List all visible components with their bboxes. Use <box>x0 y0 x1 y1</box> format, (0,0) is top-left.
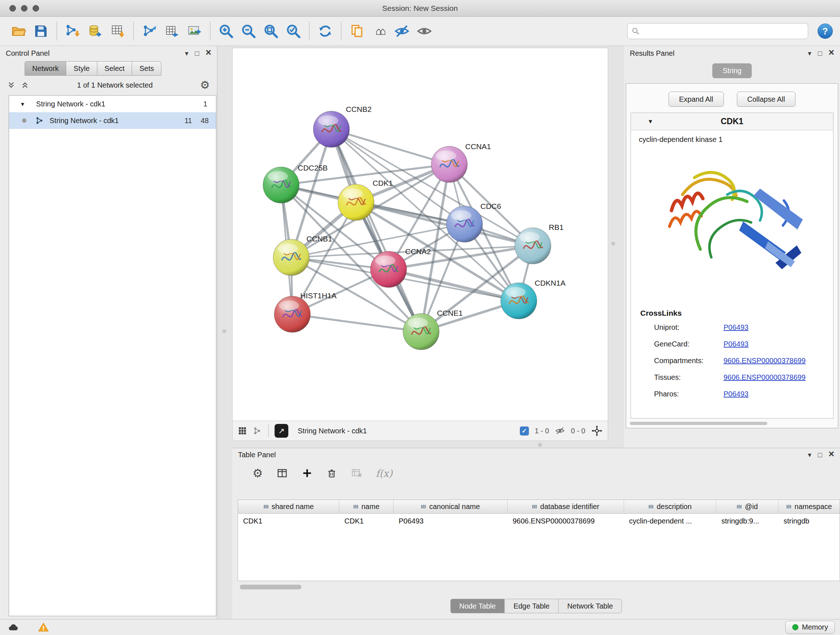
zoom-in-button[interactable] <box>215 20 237 42</box>
network-node-CDKN1A[interactable]: CDKN1A <box>501 279 565 319</box>
refresh-layout-button[interactable] <box>314 20 336 42</box>
column-header-description[interactable]: description <box>624 500 716 513</box>
zoom-selected-button[interactable] <box>282 20 305 42</box>
tab-string[interactable]: String <box>712 63 752 78</box>
table-settings-gear-icon[interactable]: ⚙ <box>253 467 263 479</box>
panel-float-icon[interactable]: □ <box>818 50 822 57</box>
delete-table-icon[interactable] <box>351 467 363 479</box>
splitter-handle[interactable] <box>223 329 226 333</box>
protein-section-header[interactable]: ▼ CDK1 <box>631 113 833 130</box>
gear-icon[interactable]: ⚙ <box>200 80 210 90</box>
delete-column-trash-icon[interactable] <box>326 467 338 479</box>
clone-network-button[interactable] <box>346 20 368 42</box>
network-graph[interactable]: CCNB2CCNA1CDC25BCDK1CDC6RB1CCNB1CCNA2CDK… <box>233 48 608 421</box>
panel-menu-icon[interactable]: ▾ <box>808 451 812 458</box>
cloud-status-button[interactable] <box>5 621 21 634</box>
tissues-link[interactable]: 9606.ENSP00000378699 <box>723 373 806 382</box>
collapse-all-button[interactable]: Collapse All <box>737 92 796 107</box>
panel-menu-icon[interactable]: ▾ <box>185 50 188 57</box>
network-tree-child-row[interactable]: String Network - cdk1 11 48 <box>9 112 216 129</box>
scrollbar-thumb[interactable] <box>240 585 302 589</box>
save-session-button[interactable] <box>30 20 52 42</box>
detach-view-button[interactable]: ↗ <box>275 424 288 438</box>
tab-edge-table[interactable]: Edge Table <box>505 599 559 613</box>
hide-selected-button[interactable] <box>391 20 413 42</box>
import-network-file-button[interactable] <box>62 20 84 42</box>
disclosure-triangle-icon[interactable]: ▼ <box>20 101 25 107</box>
panel-float-icon[interactable]: □ <box>818 451 822 458</box>
export-network-button[interactable] <box>138 20 161 42</box>
column-header-canonical-name[interactable]: canonical name <box>393 500 508 513</box>
help-button[interactable]: ? <box>818 24 833 39</box>
expand-all-button[interactable]: Expand All <box>668 92 724 107</box>
collapse-all-icon[interactable] <box>7 81 16 89</box>
network-canvas[interactable]: CCNB2CCNA1CDC25BCDK1CDC6RB1CCNB1CCNA2CDK… <box>232 48 608 421</box>
column-header-namespace[interactable]: namespace <box>778 500 840 513</box>
search-input[interactable] <box>640 27 804 35</box>
network-edge-CCNB2-CCNA1[interactable] <box>332 129 449 165</box>
grid-view-icon[interactable] <box>238 426 247 435</box>
uniprot-link[interactable]: P06493 <box>723 323 748 332</box>
import-table-button[interactable] <box>106 20 129 42</box>
column-header-shared-name[interactable]: shared name <box>238 500 339 513</box>
column-header-id[interactable]: @id <box>716 500 778 513</box>
expand-all-icon[interactable] <box>21 81 30 89</box>
network-tree-root-row[interactable]: ▼ String Network - cdk1 1 <box>9 96 216 112</box>
cell-namespace[interactable]: stringdb <box>778 514 840 528</box>
tab-network-table[interactable]: Network Table <box>559 599 622 613</box>
close-window-button[interactable] <box>9 5 16 11</box>
pan-crosshair-icon[interactable] <box>591 425 603 437</box>
panel-close-icon[interactable]: × <box>205 48 211 57</box>
memory-button[interactable]: Memory <box>785 621 835 634</box>
tab-network[interactable]: Network <box>25 61 66 76</box>
cell-shared-name[interactable]: CDK1 <box>238 514 339 528</box>
panel-menu-icon[interactable]: ▾ <box>808 50 812 57</box>
compartments-link[interactable]: 9606.ENSP00000378699 <box>723 356 806 365</box>
panel-close-icon[interactable]: × <box>829 449 834 459</box>
splitter-handle[interactable] <box>538 443 542 447</box>
add-column-plus-icon[interactable] <box>302 467 313 479</box>
open-session-button[interactable] <box>7 20 30 42</box>
network-node-CCNB2[interactable]: CCNB2 <box>313 105 371 147</box>
cell-database-identifier[interactable]: 9606.ENSP00000378699 <box>508 514 624 528</box>
splitter-handle[interactable] <box>611 242 615 245</box>
show-columns-icon[interactable] <box>276 467 288 479</box>
cell-description[interactable]: cyclin-dependent ... <box>624 514 716 528</box>
pharos-link[interactable]: P06493 <box>723 390 748 398</box>
warnings-button[interactable] <box>35 621 51 634</box>
show-all-button[interactable] <box>413 20 436 42</box>
tab-node-table[interactable]: Node Table <box>450 599 505 613</box>
network-edge-HIST1H1A-CCNE1[interactable] <box>292 314 421 332</box>
import-network-database-button[interactable] <box>84 20 106 42</box>
function-builder-icon[interactable]: f(x) <box>376 468 393 479</box>
column-header-database-identifier[interactable]: database identifier <box>508 500 624 513</box>
export-image-button[interactable] <box>183 20 205 42</box>
maximize-window-button[interactable] <box>33 5 39 11</box>
column-header-name[interactable]: name <box>339 500 393 513</box>
tab-select[interactable]: Select <box>97 61 133 76</box>
selected-checkbox-icon[interactable]: ✓ <box>520 426 529 435</box>
tab-sets[interactable]: Sets <box>132 61 161 76</box>
results-horizontal-scrollbar[interactable] <box>630 422 767 425</box>
network-node-CCNA1[interactable]: CCNA1 <box>431 142 491 182</box>
tab-style[interactable]: Style <box>66 61 97 76</box>
overview-button[interactable]: ⌂⌂ <box>368 20 391 42</box>
panel-close-icon[interactable]: × <box>829 48 834 57</box>
network-edge-CCNB2-CCNE1[interactable] <box>332 129 421 332</box>
network-node-CCNB1[interactable]: CCNB1 <box>273 234 332 276</box>
cell-name[interactable]: CDK1 <box>339 514 393 528</box>
network-view-icon[interactable] <box>253 426 262 435</box>
minimize-window-button[interactable] <box>21 5 27 11</box>
network-node-HIST1H1A[interactable]: HIST1H1A <box>274 291 336 333</box>
zoom-out-button[interactable] <box>237 20 260 42</box>
panel-float-icon[interactable]: □ <box>195 50 199 57</box>
table-row[interactable]: CDK1 CDK1 P06493 9606.ENSP00000378699 cy… <box>238 514 840 528</box>
network-node-RB1[interactable]: RB1 <box>515 223 564 264</box>
disclosure-triangle-icon[interactable]: ▼ <box>647 119 653 125</box>
genecard-link[interactable]: P06493 <box>723 340 748 348</box>
cell-canonical-name[interactable]: P06493 <box>393 514 508 528</box>
export-table-button[interactable] <box>161 20 183 42</box>
zoom-fit-button[interactable] <box>260 20 282 42</box>
network-node-CDK1[interactable]: CDK1 <box>338 179 393 220</box>
cell-id[interactable]: stringdb:9... <box>716 514 778 528</box>
